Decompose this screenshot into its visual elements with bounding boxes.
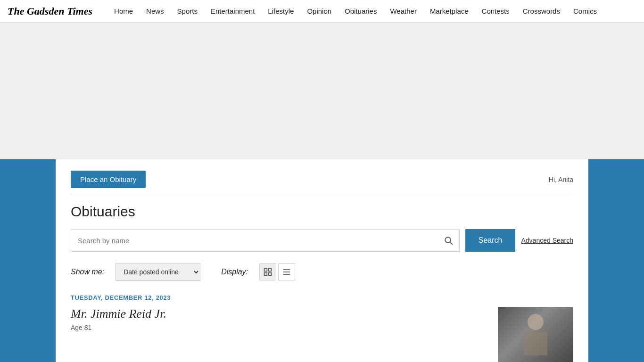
top-bar: Place an Obituary Hi, Anita bbox=[71, 171, 573, 194]
display-grid-button[interactable] bbox=[259, 263, 276, 280]
display-label: Display: bbox=[221, 268, 248, 276]
show-me-label: Show me: bbox=[71, 268, 104, 276]
nav-item-weather[interactable]: Weather bbox=[383, 0, 423, 23]
nav-item-comics[interactable]: Comics bbox=[567, 0, 603, 23]
date-heading: TUESDAY, DECEMBER 12, 2023 bbox=[71, 294, 573, 301]
place-obituary-button[interactable]: Place an Obituary bbox=[71, 171, 146, 188]
search-input[interactable] bbox=[71, 229, 460, 252]
nav: HomeNewsSportsEntertainmentLifestyleOpin… bbox=[107, 0, 603, 23]
search-row: Search Advanced Search bbox=[71, 229, 573, 252]
obit-photo bbox=[498, 307, 573, 362]
header: The Gadsden Times HomeNewsSportsEntertai… bbox=[0, 0, 644, 23]
grid-icon bbox=[263, 267, 272, 277]
nav-item-obituaries[interactable]: Obituaries bbox=[338, 0, 383, 23]
nav-item-entertainment[interactable]: Entertainment bbox=[204, 0, 261, 23]
person-head bbox=[528, 314, 544, 330]
obit-text: Mr. Jimmie Reid Jr. Age 81 bbox=[71, 307, 487, 331]
ad-banner bbox=[0, 23, 644, 159]
person-body bbox=[524, 332, 547, 355]
svg-rect-5 bbox=[269, 273, 272, 276]
advanced-search-link[interactable]: Advanced Search bbox=[521, 237, 573, 244]
nav-item-lifestyle[interactable]: Lifestyle bbox=[261, 0, 300, 23]
search-icon-button[interactable] bbox=[437, 229, 460, 252]
search-icon bbox=[444, 236, 453, 245]
nav-item-crosswords[interactable]: Crosswords bbox=[516, 0, 567, 23]
show-me-select[interactable]: Date posted onlineDate of deathAlphabeti… bbox=[116, 263, 200, 281]
content-card: Place an Obituary Hi, Anita Obituaries S… bbox=[56, 159, 588, 362]
display-icons bbox=[259, 263, 295, 280]
main-background: Place an Obituary Hi, Anita Obituaries S… bbox=[0, 159, 644, 362]
search-button[interactable]: Search bbox=[465, 229, 516, 252]
person-silhouette bbox=[517, 314, 554, 356]
svg-rect-4 bbox=[264, 273, 267, 276]
filter-row: Show me: Date posted onlineDate of death… bbox=[71, 263, 573, 281]
search-input-wrapper bbox=[71, 229, 460, 252]
list-icon bbox=[282, 267, 291, 277]
obituary-entry: Mr. Jimmie Reid Jr. Age 81 bbox=[71, 307, 573, 362]
svg-rect-2 bbox=[264, 269, 267, 272]
nav-item-marketplace[interactable]: Marketplace bbox=[423, 0, 475, 23]
display-list-button[interactable] bbox=[278, 263, 295, 280]
svg-line-1 bbox=[450, 242, 453, 245]
svg-rect-3 bbox=[269, 269, 272, 272]
logo[interactable]: The Gadsden Times bbox=[8, 5, 92, 17]
nav-item-sports[interactable]: Sports bbox=[171, 0, 204, 23]
obit-photo-placeholder bbox=[498, 307, 573, 362]
nav-item-opinion[interactable]: Opinion bbox=[300, 0, 338, 23]
obit-name[interactable]: Mr. Jimmie Reid Jr. bbox=[71, 307, 487, 321]
nav-item-home[interactable]: Home bbox=[107, 0, 140, 23]
user-greeting: Hi, Anita bbox=[549, 176, 573, 183]
nav-item-news[interactable]: News bbox=[140, 0, 171, 23]
obit-age: Age 81 bbox=[71, 324, 487, 331]
page-title: Obituaries bbox=[71, 204, 573, 220]
nav-item-contests[interactable]: Contests bbox=[475, 0, 516, 23]
